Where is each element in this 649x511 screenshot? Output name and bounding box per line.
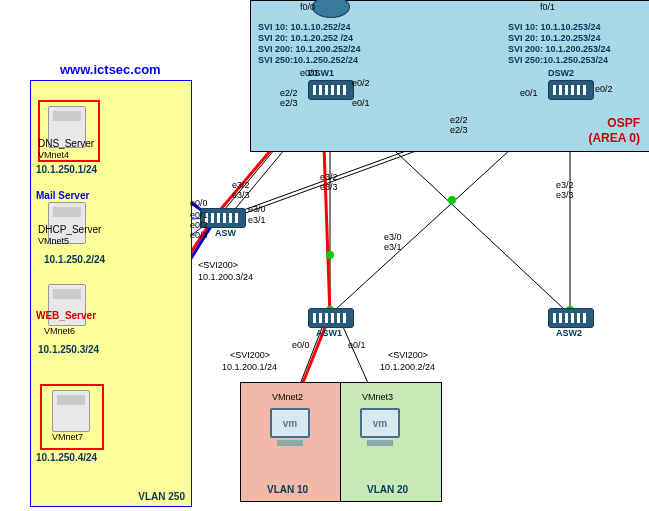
link-e30a: e3/0 <box>384 232 402 242</box>
dsw1-switch <box>308 80 354 100</box>
dsw2-e01: e0/1 <box>520 88 538 98</box>
asw1-svi-tag: <SVI200> <box>230 350 270 360</box>
asw-e32: e3/2 <box>232 180 250 190</box>
dsw1-svi10: SVI 10: 10.1.10.252/24 <box>258 22 361 33</box>
dsw2-switch <box>548 80 594 100</box>
asw2-svi-tag: <SVI200> <box>388 350 428 360</box>
host-vmnet2: vm <box>268 408 312 448</box>
asw-e30: e3/0 <box>248 204 266 214</box>
link-e32b: e3/2 <box>556 180 574 190</box>
dsw1-e02: e0/2 <box>352 78 370 88</box>
asw1-svi-ip: 10.1.200.1/24 <box>222 362 277 372</box>
asw1-e00: e0/0 <box>292 340 310 350</box>
web-name: WEB_Server <box>36 310 96 321</box>
vmnet3-label: VMnet3 <box>362 392 393 402</box>
dsw2-e02: e0/2 <box>595 84 613 94</box>
asw-svi-ip: 10.1.200.3/24 <box>198 272 253 282</box>
dsw1-svi200: SVI 200: 10.1.200.252/24 <box>258 44 361 55</box>
dhcp-name: DHCP_Server <box>38 224 101 235</box>
dsw1-e00: e0/0 <box>300 68 318 78</box>
svg-point-28 <box>448 196 456 204</box>
asw-svi-tag: <SVI200> <box>198 260 238 270</box>
vlan10-label: VLAN 10 <box>267 484 308 495</box>
vlan250-label: VLAN 250 <box>138 491 185 502</box>
dsw2-svi250: SVI 250:10.1.250.253/24 <box>508 55 611 66</box>
asw1-switch <box>308 308 354 328</box>
link-e33b: e3/3 <box>556 190 574 200</box>
asw2-name: ASW2 <box>556 328 582 338</box>
link-e31a: e3/1 <box>384 242 402 252</box>
dsw2-name: DSW2 <box>548 68 574 78</box>
dsw1-e22: e2/2 <box>280 88 298 98</box>
asw-e03: e0/3 <box>190 230 208 240</box>
area0-label: (AREA 0) <box>588 131 640 145</box>
dsw2-e22: e2/2 <box>450 115 468 125</box>
vmnet7-server-icon <box>52 390 90 432</box>
svg-point-27 <box>326 251 334 259</box>
dsw1-e23: e2/3 <box>280 98 298 108</box>
vm-badge-icon: vm <box>270 408 310 438</box>
vm-badge-icon-2: vm <box>360 408 400 438</box>
dsw1-e01: e0/1 <box>352 98 370 108</box>
vmnet2-label: VMnet2 <box>272 392 303 402</box>
vlan20-label: VLAN 20 <box>367 484 408 495</box>
web-ip: 10.1.250.3/24 <box>38 344 99 355</box>
asw1-e01: e0/1 <box>348 340 366 350</box>
dns-ip: 10.1.250.1/24 <box>36 164 97 175</box>
vmnet7-ip: 10.1.250.4/24 <box>36 452 97 463</box>
dns-vmnet: VMnet4 <box>38 150 69 160</box>
dsw2-svi200: SVI 200: 10.1.200.253/24 <box>508 44 611 55</box>
port-f00: f0/0 <box>300 2 315 12</box>
asw-e02: e0/2 <box>190 220 208 230</box>
host-vmnet3: vm <box>358 408 402 448</box>
asw2-switch <box>548 308 594 328</box>
site-url: www.ictsec.com <box>60 62 161 77</box>
vmnet7-label: VMnet7 <box>52 432 83 442</box>
asw-name: ASW <box>215 228 236 238</box>
dsw2-svi20: SVI 20: 10.1.20.253/24 <box>508 33 611 44</box>
link-e33a: e3/3 <box>320 182 338 192</box>
port-f01: f0/1 <box>540 2 555 12</box>
dsw2-svi-block: SVI 10: 10.1.10.253/24 SVI 20: 10.1.20.2… <box>508 22 611 66</box>
dns-name: DNS_Server <box>38 138 94 149</box>
dsw1-svi-block: SVI 10: 10.1.10.252/24 SVI 20: 10.1.20.2… <box>258 22 361 66</box>
asw2-svi-ip: 10.1.200.2/24 <box>380 362 435 372</box>
dsw2-svi10: SVI 10: 10.1.10.253/24 <box>508 22 611 33</box>
mail-title: Mail Server <box>36 190 89 201</box>
asw1-name: ASW1 <box>316 328 342 338</box>
dhcp-vmnet: VMnet5 <box>38 236 69 246</box>
dsw1-svi20: SVI 20: 10.1.20.252 /24 <box>258 33 361 44</box>
dsw1-svi250: SVI 250:10.1.250.252/24 <box>258 55 361 66</box>
ospf-label: OSPF <box>607 116 640 130</box>
asw-e00: e0/0 <box>190 198 208 208</box>
dhcp-ip: 10.1.250.2/24 <box>44 254 105 265</box>
dsw2-e23: e2/3 <box>450 125 468 135</box>
asw-e33: e3/3 <box>232 190 250 200</box>
web-vmnet: VMnet6 <box>44 326 75 336</box>
link-e32a: e3/2 <box>320 172 338 182</box>
asw-e31: e3/1 <box>248 215 266 225</box>
asw-e01: e0/1 <box>190 210 208 220</box>
